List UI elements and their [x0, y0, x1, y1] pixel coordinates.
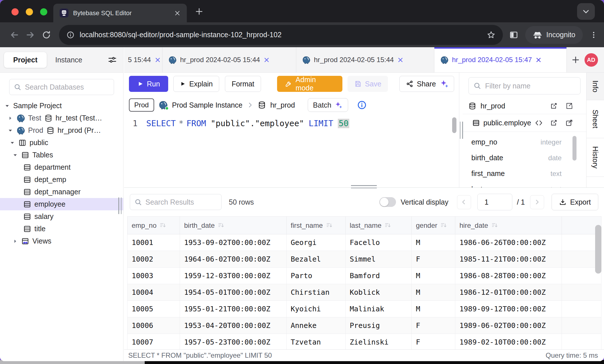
- tree-item-hr-test[interactable]: Test hr_test (Test…: [0, 112, 123, 124]
- column-list-scrollbar[interactable]: [572, 136, 576, 161]
- column-row[interactable]: last_name text: [463, 181, 586, 187]
- admin-mode-button[interactable]: Admin mode: [277, 76, 342, 92]
- open-external-icon[interactable]: [550, 102, 558, 110]
- vertical-display-toggle[interactable]: [379, 197, 396, 207]
- search-results-input[interactable]: [146, 198, 238, 206]
- sort-icon[interactable]: [326, 222, 333, 229]
- column-header-last-name[interactable]: last_name: [345, 217, 411, 234]
- caret-right-icon[interactable]: [12, 239, 18, 244]
- caret-right-icon[interactable]: [7, 116, 13, 121]
- sort-icon[interactable]: [217, 222, 225, 229]
- prev-page-button[interactable]: [457, 195, 471, 209]
- schema-table-row[interactable]: public.employee: [463, 114, 586, 132]
- table-row[interactable]: 100021964-06-02T00:00:00ZBezalelSimmelF1…: [127, 251, 601, 268]
- database-name[interactable]: hr_prod: [270, 101, 295, 109]
- table-row[interactable]: 100051955-01-21T00:00:00ZKyoichiMaliniak…: [127, 301, 601, 317]
- schema-database-row[interactable]: hr_prod: [463, 98, 586, 114]
- tree-item-salary[interactable]: salary: [0, 210, 123, 223]
- query-tab-2[interactable]: hr_prod 2024-02-05 15:44: [162, 47, 296, 72]
- code-icon[interactable]: [535, 119, 543, 127]
- editor-scrollbar[interactable]: [452, 117, 456, 133]
- tab-sheet[interactable]: Sheet: [587, 100, 604, 138]
- search-databases-input[interactable]: [25, 83, 117, 91]
- caret-down-icon[interactable]: [9, 140, 15, 145]
- close-tab-icon[interactable]: [397, 57, 403, 63]
- bookmark-star-icon[interactable]: [487, 31, 495, 39]
- tree-item-views[interactable]: Views: [0, 235, 123, 247]
- tab-history[interactable]: History: [587, 138, 604, 177]
- edit-icon[interactable]: [565, 119, 573, 127]
- close-tab-icon[interactable]: [155, 57, 161, 63]
- forward-icon[interactable]: [22, 30, 38, 40]
- tab-info[interactable]: Info: [587, 73, 604, 100]
- table-row[interactable]: 100031959-12-03T00:00:00ZPartoBamfordM19…: [127, 268, 601, 284]
- table-row[interactable]: 100061953-04-20T00:00:00ZAnnekePreusigF1…: [127, 317, 601, 334]
- tree-item-hr-prod[interactable]: Prod hr_prod (Pr…: [0, 124, 123, 136]
- side-panel-icon[interactable]: [509, 30, 518, 39]
- instance-name[interactable]: Prod Sample Instance: [172, 101, 242, 109]
- export-button[interactable]: Export: [552, 194, 598, 210]
- caret-down-icon[interactable]: [4, 103, 10, 108]
- new-tab-icon[interactable]: [195, 7, 203, 16]
- query-tab-3[interactable]: hr_prod 2024-02-05 15:44: [296, 47, 434, 72]
- column-header-gender[interactable]: gender: [411, 217, 455, 234]
- tree-item-title[interactable]: title: [0, 223, 123, 235]
- close-window-button[interactable]: [11, 8, 19, 15]
- sql-editor[interactable]: 1 SELECT*FROM"public"."employee"LIMIT50: [124, 115, 459, 187]
- column-row[interactable]: birth_date date: [463, 150, 586, 166]
- column-row[interactable]: emp_no integer: [463, 134, 586, 150]
- tab-instance[interactable]: Instance: [47, 52, 91, 68]
- caret-down-icon[interactable]: [7, 128, 13, 133]
- sidebar-resize-handle[interactable]: [118, 197, 121, 214]
- tree-item-tables[interactable]: Tables: [0, 149, 123, 161]
- edit-icon[interactable]: [565, 102, 573, 110]
- zoom-window-button[interactable]: [40, 8, 47, 15]
- close-tab-icon[interactable]: [174, 10, 181, 16]
- page-number-input[interactable]: [477, 194, 512, 210]
- column-header-birth-date[interactable]: birth_date: [180, 217, 286, 234]
- query-tab-4-active[interactable]: hr_prod 2024-02-05 15:47: [434, 47, 567, 72]
- table-row[interactable]: 100041954-05-01T00:00:00ZChirstianKoblic…: [127, 284, 601, 301]
- tree-item-sample-project[interactable]: Sample Project: [0, 100, 123, 112]
- browser-menu-icon[interactable]: [590, 31, 598, 39]
- connection-info-icon[interactable]: [357, 100, 367, 110]
- column-row[interactable]: first_name text: [463, 166, 586, 181]
- minimize-window-button[interactable]: [26, 8, 33, 15]
- filter-settings-icon[interactable]: [108, 55, 119, 64]
- column-header-first-name[interactable]: first_name: [286, 217, 345, 234]
- format-button[interactable]: Format: [225, 76, 261, 92]
- panel-resize-handle[interactable]: [460, 122, 463, 139]
- sort-icon[interactable]: [384, 222, 391, 229]
- tab-search-button[interactable]: [577, 3, 595, 20]
- sort-icon[interactable]: [440, 222, 447, 229]
- column-header-hire-date[interactable]: hire_date: [455, 217, 562, 234]
- share-button[interactable]: Share: [399, 76, 454, 92]
- filter-by-name-input[interactable]: [485, 82, 577, 90]
- site-info-icon[interactable]: [66, 31, 74, 39]
- caret-down-icon[interactable]: [12, 153, 18, 158]
- save-button[interactable]: Save: [348, 76, 388, 92]
- address-bar[interactable]: localhost:8080/sql-editor/prod-sample-in…: [59, 25, 503, 45]
- tab-project[interactable]: Project: [4, 52, 47, 68]
- browser-tab[interactable]: Bytebase SQL Editor: [53, 4, 187, 22]
- query-tab-1[interactable]: 5 15:44: [124, 47, 162, 72]
- tree-item-dept-emp[interactable]: dept_emp: [0, 173, 123, 186]
- results-search[interactable]: [130, 194, 221, 210]
- back-icon[interactable]: [6, 30, 22, 40]
- panel-divider[interactable]: [459, 73, 463, 187]
- tree-item-public-schema[interactable]: public: [0, 136, 123, 149]
- tree-item-dept-manager[interactable]: dept_manager: [0, 186, 123, 198]
- tree-item-department[interactable]: department: [0, 161, 123, 173]
- add-query-tab-icon[interactable]: [571, 56, 580, 64]
- close-tab-icon[interactable]: [264, 57, 270, 63]
- table-row[interactable]: 100011953-09-02T00:00:00ZGeorgiFacelloM1…: [127, 234, 601, 251]
- column-header-emp-no[interactable]: emp_no: [127, 217, 180, 234]
- url-text[interactable]: localhost:8080/sql-editor/prod-sample-in…: [80, 31, 482, 39]
- results-resize-handle[interactable]: [351, 185, 377, 188]
- sql-code-line[interactable]: 1 SELECT*FROM"public"."employee"LIMIT50: [124, 119, 459, 128]
- table-row[interactable]: 100071957-05-23T00:00:00ZTzvetanZielinsk…: [127, 334, 601, 350]
- open-external-icon[interactable]: [550, 119, 558, 127]
- schema-filter[interactable]: [468, 77, 581, 94]
- tree-item-employee[interactable]: employee: [0, 198, 123, 210]
- run-button[interactable]: Run: [129, 76, 168, 92]
